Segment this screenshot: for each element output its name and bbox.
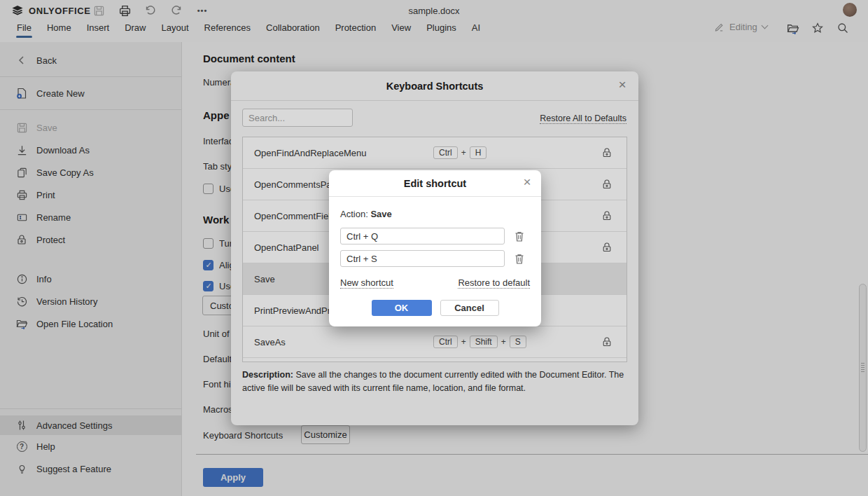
action-label: Action: <box>340 209 368 219</box>
dialog-title: Edit shortcut <box>329 170 541 197</box>
shortcut-input-1[interactable] <box>340 228 505 244</box>
action-line: Action: Save <box>340 209 392 219</box>
action-value: Save <box>370 209 391 219</box>
dialog-buttons: OK Cancel <box>329 300 541 316</box>
restore-to-default-link[interactable]: Restore to default <box>458 277 530 289</box>
trash-icon[interactable] <box>514 252 526 265</box>
close-icon[interactable]: × <box>520 175 534 189</box>
cancel-button[interactable]: Cancel <box>440 300 499 316</box>
ok-button[interactable]: OK <box>372 300 432 316</box>
new-shortcut-link[interactable]: New shortcut <box>340 277 393 289</box>
edit-shortcut-dialog: Edit shortcut × Action: Save New shortcu… <box>329 170 541 326</box>
shortcut-input-2[interactable] <box>340 250 505 267</box>
trash-icon[interactable] <box>514 230 526 242</box>
app-window: ONLYOFFICE • <box>0 0 868 496</box>
